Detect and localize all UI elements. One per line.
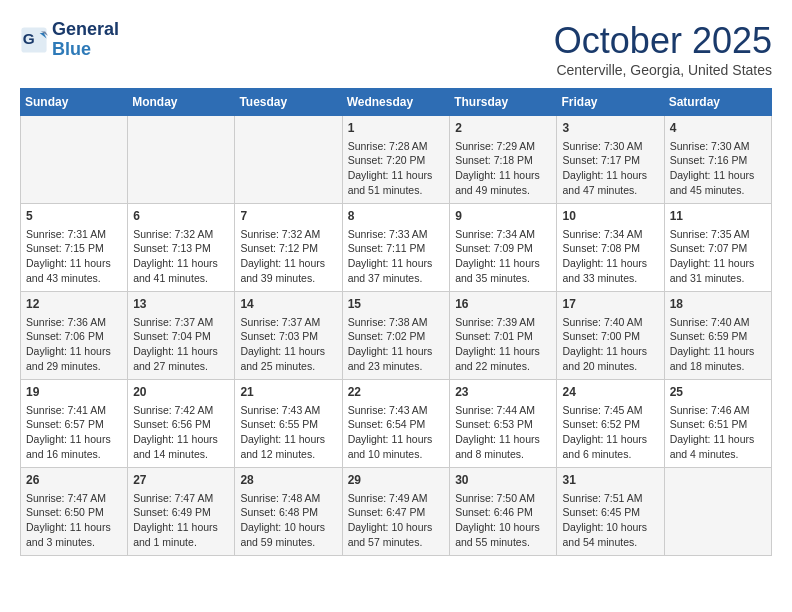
day-number: 17 xyxy=(562,296,658,313)
day-content-line: Sunrise: 7:37 AM xyxy=(240,315,336,330)
svg-text:G: G xyxy=(23,30,35,47)
day-content-line: Sunrise: 7:44 AM xyxy=(455,403,551,418)
day-content-line: Sunrise: 7:38 AM xyxy=(348,315,445,330)
day-content-line: Sunset: 6:48 PM xyxy=(240,505,336,520)
day-number: 9 xyxy=(455,208,551,225)
day-number: 2 xyxy=(455,120,551,137)
day-content-line: Daylight: 11 hours xyxy=(133,432,229,447)
day-content-line: Sunset: 7:12 PM xyxy=(240,241,336,256)
day-content-line: Sunset: 6:53 PM xyxy=(455,417,551,432)
day-content-line: and 35 minutes. xyxy=(455,271,551,286)
day-content-line: Daylight: 11 hours xyxy=(133,256,229,271)
day-content-line: Daylight: 11 hours xyxy=(26,344,122,359)
day-content-line: Daylight: 11 hours xyxy=(455,432,551,447)
day-content-line: Sunrise: 7:32 AM xyxy=(133,227,229,242)
day-content-line: Sunrise: 7:43 AM xyxy=(348,403,445,418)
day-content-line: Daylight: 11 hours xyxy=(348,256,445,271)
day-content-line: and 18 minutes. xyxy=(670,359,766,374)
day-content-line: Sunset: 7:01 PM xyxy=(455,329,551,344)
day-content-line: Sunset: 7:09 PM xyxy=(455,241,551,256)
day-number: 7 xyxy=(240,208,336,225)
day-content-line: Sunrise: 7:41 AM xyxy=(26,403,122,418)
calendar-day-3: 3Sunrise: 7:30 AMSunset: 7:17 PMDaylight… xyxy=(557,116,664,204)
day-content-line: Sunset: 7:03 PM xyxy=(240,329,336,344)
day-content-line: Sunset: 6:45 PM xyxy=(562,505,658,520)
day-content-line: and 55 minutes. xyxy=(455,535,551,550)
calendar-day-11: 11Sunrise: 7:35 AMSunset: 7:07 PMDayligh… xyxy=(664,204,771,292)
calendar-day-2: 2Sunrise: 7:29 AMSunset: 7:18 PMDaylight… xyxy=(450,116,557,204)
day-content-line: Sunrise: 7:42 AM xyxy=(133,403,229,418)
day-content-line: Sunrise: 7:40 AM xyxy=(670,315,766,330)
calendar-day-18: 18Sunrise: 7:40 AMSunset: 6:59 PMDayligh… xyxy=(664,292,771,380)
calendar-day-17: 17Sunrise: 7:40 AMSunset: 7:00 PMDayligh… xyxy=(557,292,664,380)
day-content-line: Daylight: 11 hours xyxy=(670,432,766,447)
day-content-line: and 57 minutes. xyxy=(348,535,445,550)
column-header-friday: Friday xyxy=(557,89,664,116)
day-content-line: Sunset: 7:02 PM xyxy=(348,329,445,344)
day-content-line: and 27 minutes. xyxy=(133,359,229,374)
day-content-line: Sunrise: 7:34 AM xyxy=(455,227,551,242)
day-content-line: and 54 minutes. xyxy=(562,535,658,550)
calendar-day-27: 27Sunrise: 7:47 AMSunset: 6:49 PMDayligh… xyxy=(128,468,235,556)
day-content-line: and 8 minutes. xyxy=(455,447,551,462)
logo: G General Blue xyxy=(20,20,119,60)
day-number: 3 xyxy=(562,120,658,137)
day-content-line: Daylight: 11 hours xyxy=(348,168,445,183)
day-content-line: and 43 minutes. xyxy=(26,271,122,286)
day-content-line: Sunrise: 7:50 AM xyxy=(455,491,551,506)
logo-icon: G xyxy=(20,26,48,54)
day-content-line: Sunset: 6:51 PM xyxy=(670,417,766,432)
day-content-line: and 33 minutes. xyxy=(562,271,658,286)
day-content-line: Sunset: 7:08 PM xyxy=(562,241,658,256)
day-content-line: Daylight: 11 hours xyxy=(26,432,122,447)
day-content-line: and 4 minutes. xyxy=(670,447,766,462)
day-content-line: Sunrise: 7:47 AM xyxy=(26,491,122,506)
day-content-line: and 31 minutes. xyxy=(670,271,766,286)
day-content-line: Sunrise: 7:51 AM xyxy=(562,491,658,506)
day-number: 20 xyxy=(133,384,229,401)
day-content-line: Sunrise: 7:34 AM xyxy=(562,227,658,242)
day-content-line: and 45 minutes. xyxy=(670,183,766,198)
day-number: 27 xyxy=(133,472,229,489)
day-content-line: Sunrise: 7:29 AM xyxy=(455,139,551,154)
day-number: 26 xyxy=(26,472,122,489)
location-subtitle: Centerville, Georgia, United States xyxy=(554,62,772,78)
day-content-line: Daylight: 11 hours xyxy=(562,256,658,271)
day-content-line: Sunrise: 7:36 AM xyxy=(26,315,122,330)
day-content-line: Sunset: 6:55 PM xyxy=(240,417,336,432)
logo-text: General Blue xyxy=(52,20,119,60)
day-content-line: Sunrise: 7:47 AM xyxy=(133,491,229,506)
calendar-day-28: 28Sunrise: 7:48 AMSunset: 6:48 PMDayligh… xyxy=(235,468,342,556)
day-content-line: and 14 minutes. xyxy=(133,447,229,462)
calendar-day-20: 20Sunrise: 7:42 AMSunset: 6:56 PMDayligh… xyxy=(128,380,235,468)
day-content-line: Sunset: 6:56 PM xyxy=(133,417,229,432)
day-content-line: Sunset: 6:47 PM xyxy=(348,505,445,520)
day-content-line: and 3 minutes. xyxy=(26,535,122,550)
calendar-day-7: 7Sunrise: 7:32 AMSunset: 7:12 PMDaylight… xyxy=(235,204,342,292)
day-content-line: Daylight: 11 hours xyxy=(26,520,122,535)
day-content-line: Sunset: 6:54 PM xyxy=(348,417,445,432)
day-content-line: Sunset: 6:50 PM xyxy=(26,505,122,520)
day-content-line: Sunrise: 7:37 AM xyxy=(133,315,229,330)
calendar-week-row: 12Sunrise: 7:36 AMSunset: 7:06 PMDayligh… xyxy=(21,292,772,380)
calendar-empty-cell xyxy=(21,116,128,204)
day-content-line: Daylight: 11 hours xyxy=(670,168,766,183)
day-content-line: Sunset: 6:52 PM xyxy=(562,417,658,432)
day-content-line: Daylight: 10 hours xyxy=(348,520,445,535)
day-content-line: Sunrise: 7:30 AM xyxy=(562,139,658,154)
calendar-week-row: 5Sunrise: 7:31 AMSunset: 7:15 PMDaylight… xyxy=(21,204,772,292)
day-content-line: and 10 minutes. xyxy=(348,447,445,462)
day-number: 14 xyxy=(240,296,336,313)
day-content-line: Sunset: 7:15 PM xyxy=(26,241,122,256)
day-number: 29 xyxy=(348,472,445,489)
day-content-line: and 37 minutes. xyxy=(348,271,445,286)
day-content-line: Sunset: 7:06 PM xyxy=(26,329,122,344)
day-content-line: Sunrise: 7:48 AM xyxy=(240,491,336,506)
day-number: 8 xyxy=(348,208,445,225)
day-content-line: Sunset: 7:17 PM xyxy=(562,153,658,168)
calendar-day-26: 26Sunrise: 7:47 AMSunset: 6:50 PMDayligh… xyxy=(21,468,128,556)
day-number: 13 xyxy=(133,296,229,313)
calendar-header-row: SundayMondayTuesdayWednesdayThursdayFrid… xyxy=(21,89,772,116)
calendar-day-9: 9Sunrise: 7:34 AMSunset: 7:09 PMDaylight… xyxy=(450,204,557,292)
day-content-line: Sunset: 6:57 PM xyxy=(26,417,122,432)
